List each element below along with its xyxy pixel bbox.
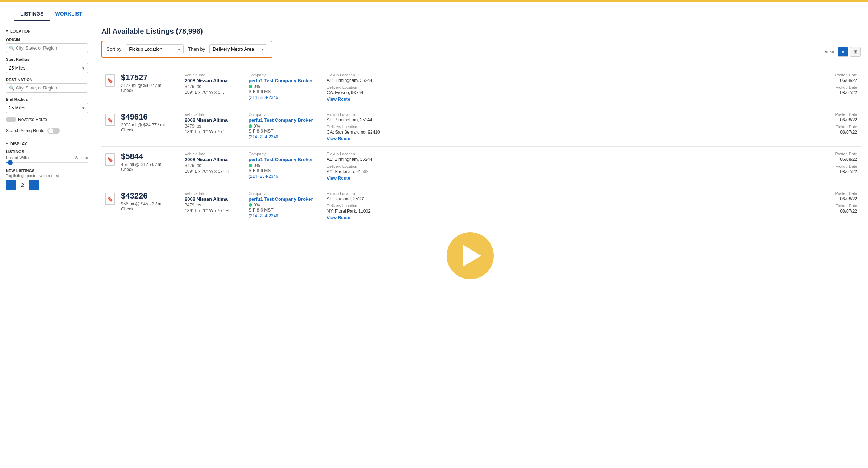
location-section: Pickup Location AL: Birmingham, 35244 De… (327, 112, 399, 141)
stepper: − 2 + (6, 180, 88, 190)
tab-listings[interactable]: LISTINGS (14, 7, 50, 21)
vehicle-dims: 189" L x 70" W x 57"... (185, 129, 243, 134)
then-by-select[interactable]: Delivery Metro Area Price Distance Poste… (209, 44, 267, 54)
search-icon-dest: 🔍 (9, 85, 14, 91)
pickup-date-value: 08/07/22 (821, 130, 857, 135)
table-row: 🔖 $17527 2172 mi @ $8.07 / mi Check Vehi… (101, 68, 861, 107)
tab-worklist[interactable]: WORKLIST (50, 7, 88, 21)
company-phone[interactable]: (214) 234-2346 (249, 213, 321, 218)
price: $17527 (121, 73, 179, 82)
price-detail: 458 mi @ $12.76 / mi (121, 162, 179, 167)
slider-thumb[interactable] (8, 160, 13, 165)
stepper-plus-button[interactable]: + (29, 180, 39, 190)
destination-label: DESTINATION (6, 78, 88, 82)
company-name[interactable]: perfu1 Test Company Broker (249, 196, 321, 202)
view-route-link[interactable]: View Route (327, 176, 399, 181)
location-section: Pickup Location AL: Birmingham, 35244 De… (327, 73, 399, 102)
stepper-value: 2 (19, 182, 26, 188)
price-detail: 956 mi @ $45.22 / mi (121, 201, 179, 206)
vehicle-label: Vehicle Info (185, 112, 243, 117)
location-section: Pickup Location AL: Ragland, 35131 Deliv… (327, 191, 399, 220)
vehicle-label: Vehicle Info (185, 152, 243, 156)
start-radius-select[interactable]: 25 Miles 50 Miles 100 Miles 200 Miles 50… (6, 63, 88, 73)
price-section: $43226 956 mi @ $45.22 / mi Check (121, 191, 179, 212)
bookmark-icon[interactable]: 🔖 (105, 193, 115, 205)
company-section: Company perfu1 Test Company Broker 0% S-… (249, 152, 321, 179)
posted-value: 06/08/22 (821, 78, 857, 83)
search-along-route-toggle[interactable] (47, 128, 60, 134)
new-listings-label: NEW LISTINGS (6, 168, 88, 173)
company-name[interactable]: perfu1 Test Company Broker (249, 117, 321, 123)
bookmark-icon[interactable]: 🔖 (105, 114, 115, 126)
table-row: 🔖 $49616 2003 mi @ $24.77 / mi Check Veh… (101, 107, 861, 147)
pickup-value: AL: Birmingham, 35244 (327, 157, 399, 162)
then-by-label: Then by (188, 46, 205, 52)
listings-sub-label: LISTINGS (6, 150, 88, 154)
vehicle-section: Vehicle Info 2008 Nissan Altima 3479 lbs… (185, 112, 243, 134)
sort-by-select[interactable]: Pickup Location Price Distance Posted Da… (126, 44, 184, 54)
delivery-label: Delivery Location (327, 125, 399, 129)
bookmark-icon[interactable]: 🔖 (105, 74, 115, 87)
company-hours: S-F 8-6 MST (249, 89, 321, 94)
company-phone[interactable]: (214) 234-2346 (249, 174, 321, 179)
posted-within-slider-track (6, 162, 88, 163)
posted-label: Posted Date (821, 191, 857, 196)
company-rating: 0% (249, 124, 321, 129)
vehicle-weight: 3479 lbs (185, 84, 243, 89)
green-dot-icon (249, 203, 252, 207)
date-section: Posted Date 06/08/22 Pickup Date 08/07/2… (821, 73, 857, 95)
vehicle-section: Vehicle Info 2008 Nissan Altima 3479 lbs… (185, 73, 243, 95)
tabs: LISTINGS WORKLIST (0, 2, 868, 21)
pickup-label: Pickup Location (327, 112, 399, 117)
grid-view-button[interactable]: ⊞ (850, 47, 861, 57)
payment: Check (121, 167, 179, 172)
list-view-button[interactable]: ≡ (838, 47, 848, 57)
vehicle-label: Vehicle Info (185, 73, 243, 77)
posted-within-text: Posted Within (6, 155, 30, 160)
view-route-link[interactable]: View Route (327, 136, 399, 141)
price: $43226 (121, 191, 179, 201)
company-phone[interactable]: (214) 234-2346 (249, 95, 321, 100)
start-radius-label: Start Radius (6, 57, 88, 62)
price: $49616 (121, 112, 179, 122)
company-hours: S-F 8-6 MST (249, 129, 321, 134)
origin-label: ORIGIN (6, 38, 88, 42)
company-phone[interactable]: (214) 234-2346 (249, 134, 321, 139)
location-section-title[interactable]: ▾ LOCATION (6, 29, 88, 33)
view-route-link[interactable]: View Route (327, 215, 399, 220)
bookmark-icon[interactable]: 🔖 (105, 153, 115, 166)
pickup-label: Pickup Location (327, 73, 399, 77)
company-rating: 0% (249, 84, 321, 89)
vehicle-name: 2008 Nissan Altima (185, 117, 243, 123)
company-label: Company (249, 112, 321, 117)
pickup-date-value: 08/07/22 (821, 90, 857, 95)
display-section-title[interactable]: ▾ DISPLAY (6, 141, 88, 146)
vehicle-weight: 3479 lbs (185, 202, 243, 208)
pickup-label: Pickup Location (327, 191, 399, 196)
view-toggle: View ≡ ⊞ (825, 47, 861, 57)
origin-input[interactable] (16, 46, 85, 51)
price-section: $5844 458 mi @ $12.76 / mi Check (121, 152, 179, 172)
vehicle-section: Vehicle Info 2008 Nissan Altima 3479 lbs… (185, 191, 243, 213)
posted-value: 06/08/22 (821, 117, 857, 122)
company-name[interactable]: perfu1 Test Company Broker (249, 78, 321, 83)
start-radius-select-wrapper: 25 Miles 50 Miles 100 Miles 200 Miles 50… (6, 63, 88, 73)
table-row: 🔖 $43226 956 mi @ $45.22 / mi Check Vehi… (101, 186, 861, 225)
payment: Check (121, 88, 179, 93)
destination-input[interactable] (16, 85, 85, 91)
circle-toggle-reverse[interactable] (6, 117, 16, 122)
sort-by-select-wrapper: Pickup Location Price Distance Posted Da… (126, 44, 184, 54)
stepper-minus-button[interactable]: − (6, 180, 16, 190)
delivery-value: CA: San Bernardino, 92410 (327, 130, 399, 135)
pickup-date-value: 08/07/22 (821, 169, 857, 174)
company-label: Company (249, 152, 321, 156)
view-route-link[interactable]: View Route (327, 97, 399, 102)
end-radius-select[interactable]: 25 Miles 50 Miles 100 Miles 200 Miles 50… (6, 103, 88, 113)
company-name[interactable]: perfu1 Test Company Broker (249, 157, 321, 162)
company-section: Company perfu1 Test Company Broker 0% S-… (249, 73, 321, 100)
vehicle-weight: 3479 lbs (185, 124, 243, 129)
vehicle-section: Vehicle Info 2008 Nissan Altima 3479 lbs… (185, 152, 243, 174)
payment: Check (121, 128, 179, 133)
vehicle-dims: 189" L x 70" W x 5... (185, 90, 243, 95)
listings-title: All Available Listings (78,996) (101, 27, 861, 35)
